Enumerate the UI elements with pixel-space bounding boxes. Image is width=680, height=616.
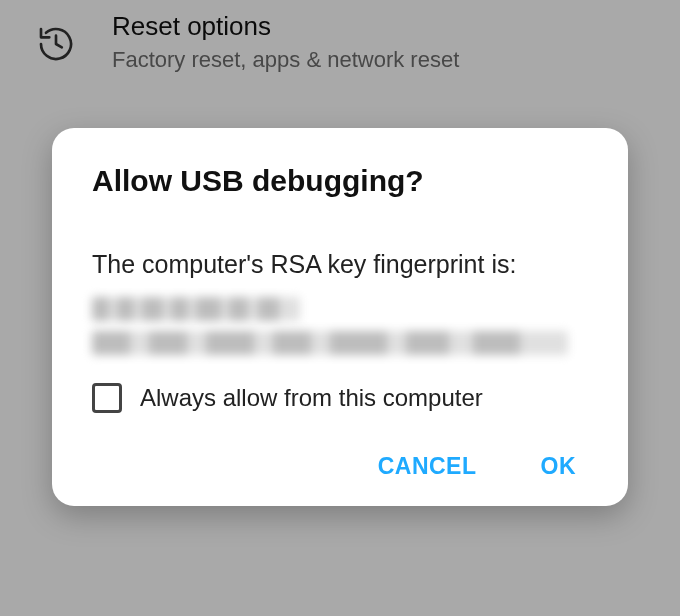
rsa-fingerprint-redacted: [92, 297, 588, 355]
dialog-message: The computer's RSA key fingerprint is:: [92, 246, 588, 282]
always-allow-label: Always allow from this computer: [140, 384, 483, 412]
modal-scrim[interactable]: Allow USB debugging? The computer's RSA …: [0, 0, 680, 616]
cancel-button[interactable]: CANCEL: [374, 447, 481, 486]
fingerprint-line: [92, 331, 568, 355]
fingerprint-line: [92, 297, 300, 321]
dialog-title: Allow USB debugging?: [92, 164, 588, 198]
always-allow-row[interactable]: Always allow from this computer: [92, 383, 588, 413]
ok-button[interactable]: OK: [537, 447, 581, 486]
usb-debugging-dialog: Allow USB debugging? The computer's RSA …: [52, 128, 628, 505]
dialog-button-row: CANCEL OK: [92, 447, 588, 486]
always-allow-checkbox[interactable]: [92, 383, 122, 413]
